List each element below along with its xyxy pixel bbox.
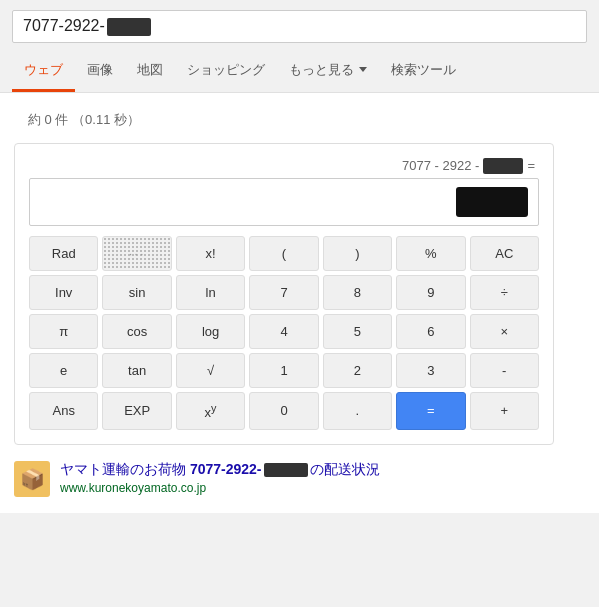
tab-more-label: もっと見る — [289, 61, 354, 79]
result-title-suffix: の配送状況 — [310, 461, 380, 477]
calc-btn-power[interactable]: xy — [176, 392, 245, 430]
calc-btn-sqrt[interactable]: √ — [176, 353, 245, 388]
calc-btn-open-paren[interactable]: ( — [249, 236, 318, 271]
search-result: 📦 ヤマト運輸のお荷物 7077-2922-の配送状況 www.kuroneko… — [14, 461, 585, 497]
tab-maps[interactable]: 地図 — [125, 51, 175, 92]
tab-images[interactable]: 画像 — [75, 51, 125, 92]
result-title-bold: 7077-2922- — [190, 461, 310, 477]
chevron-down-icon — [359, 67, 367, 72]
tab-more[interactable]: もっと見る — [277, 51, 379, 92]
calc-btn-sin[interactable]: sin — [102, 275, 171, 310]
calc-btn-ac[interactable]: AC — [470, 236, 539, 271]
calc-btn-ans[interactable]: Ans — [29, 392, 98, 430]
calc-btn-exp[interactable]: EXP — [102, 392, 171, 430]
search-query: 7077-2922- — [23, 17, 576, 36]
result-url: www.kuronekoyamato.co.jp — [60, 481, 380, 495]
calc-btn-equals[interactable]: = — [396, 392, 465, 430]
calc-btn-tan[interactable]: tan — [102, 353, 171, 388]
calc-btn-0[interactable]: 0 — [249, 392, 318, 430]
calc-result-display — [29, 178, 539, 226]
search-bar-container: 7077-2922- — [0, 0, 599, 51]
package-icon: 📦 — [20, 467, 45, 491]
calc-expression-prefix: 7077 - 2922 - — [402, 158, 479, 173]
calc-btn-multiply[interactable]: × — [470, 314, 539, 349]
calculator: 7077 - 2922 - = Rad ··· x! ( ) % AC Inv … — [14, 143, 554, 445]
result-title-redacted — [264, 463, 308, 477]
calc-btn-6[interactable]: 6 — [396, 314, 465, 349]
calc-expression: 7077 - 2922 - = — [29, 158, 539, 174]
calc-btn-ln[interactable]: ln — [176, 275, 245, 310]
search-bar[interactable]: 7077-2922- — [12, 10, 587, 43]
tab-tools[interactable]: 検索ツール — [379, 51, 468, 92]
calc-btn-2[interactable]: 2 — [323, 353, 392, 388]
calc-btn-5[interactable]: 5 — [323, 314, 392, 349]
calc-btn-e[interactable]: e — [29, 353, 98, 388]
calc-btn-rad[interactable]: Rad — [29, 236, 98, 271]
main-content: 約 0 件 （0.11 秒） 7077 - 2922 - = Rad ··· x… — [0, 93, 599, 513]
calc-btn-8[interactable]: 8 — [323, 275, 392, 310]
search-query-prefix: 7077-2922- — [23, 17, 105, 34]
calc-btn-4[interactable]: 4 — [249, 314, 318, 349]
calc-btn-3[interactable]: 3 — [396, 353, 465, 388]
calc-btn-dotted[interactable]: ··· — [102, 236, 171, 271]
calc-btn-plus[interactable]: + — [470, 392, 539, 430]
calc-result-value — [456, 187, 528, 217]
search-query-redacted — [107, 18, 151, 36]
calc-btn-9[interactable]: 9 — [396, 275, 465, 310]
tab-web[interactable]: ウェブ — [12, 51, 75, 92]
calc-btn-inv[interactable]: Inv — [29, 275, 98, 310]
nav-tabs: ウェブ 画像 地図 ショッピング もっと見る 検索ツール — [0, 51, 599, 93]
calc-btn-pi[interactable]: π — [29, 314, 98, 349]
calc-btn-minus[interactable]: - — [470, 353, 539, 388]
calc-btn-dot[interactable]: . — [323, 392, 392, 430]
calc-btn-1[interactable]: 1 — [249, 353, 318, 388]
result-bold-prefix: 7077-2922- — [190, 461, 262, 477]
calc-btn-cos[interactable]: cos — [102, 314, 171, 349]
calc-btn-log[interactable]: log — [176, 314, 245, 349]
result-title-link[interactable]: ヤマト運輸のお荷物 7077-2922-の配送状況 — [60, 461, 380, 477]
tab-shopping[interactable]: ショッピング — [175, 51, 277, 92]
result-title-prefix: ヤマト運輸のお荷物 — [60, 461, 190, 477]
result-icon: 📦 — [14, 461, 50, 497]
calc-btn-factorial[interactable]: x! — [176, 236, 245, 271]
calc-expression-redacted — [483, 158, 523, 174]
calc-buttons: Rad ··· x! ( ) % AC Inv sin ln 7 8 9 ÷ π… — [29, 236, 539, 430]
result-count: 約 0 件 （0.11 秒） — [14, 103, 585, 137]
calc-btn-7[interactable]: 7 — [249, 275, 318, 310]
calc-btn-close-paren[interactable]: ) — [323, 236, 392, 271]
result-text: ヤマト運輸のお荷物 7077-2922-の配送状況 www.kuronekoya… — [60, 461, 380, 495]
calc-expression-equals: = — [527, 158, 535, 173]
calc-btn-divide[interactable]: ÷ — [470, 275, 539, 310]
calc-btn-percent[interactable]: % — [396, 236, 465, 271]
